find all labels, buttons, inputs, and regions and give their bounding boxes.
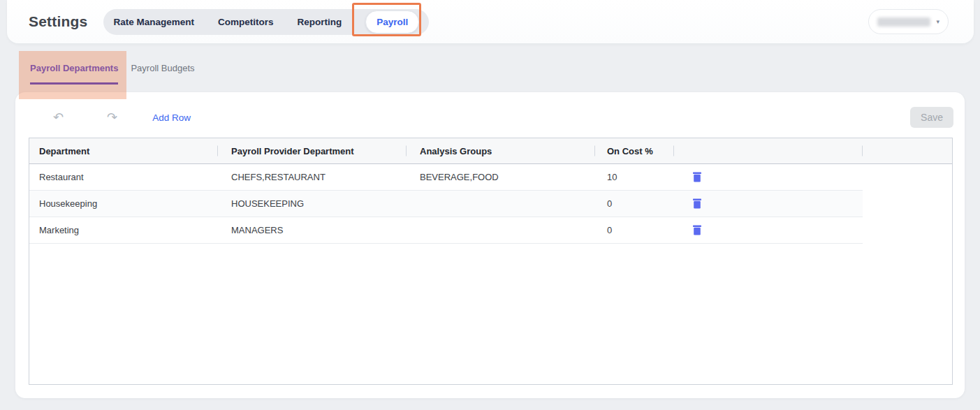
cell-analysis-groups[interactable] (406, 217, 594, 243)
payroll-subtab-bar: Payroll Departments Payroll Budgets (30, 63, 195, 85)
column-header-department: Department (29, 138, 217, 163)
column-header-actions (673, 138, 862, 163)
column-header-blank (862, 138, 952, 163)
save-button[interactable]: Save (910, 107, 953, 128)
grid-body: Restaurant CHEFS,RESTAURANT BEVERAGE,FOO… (29, 164, 863, 244)
settings-page: Settings Rate Management Competitors Rep… (0, 0, 980, 410)
subtab-payroll-budgets[interactable]: Payroll Budgets (131, 63, 194, 85)
cell-analysis-groups[interactable] (406, 191, 594, 217)
cell-department[interactable]: Restaurant (29, 164, 217, 190)
cell-payroll-provider-department[interactable]: CHEFS,RESTAURANT (217, 164, 406, 190)
grid-toolbar: ↶ ↷ Add Row Save (15, 106, 965, 129)
add-row-button[interactable]: Add Row (152, 112, 191, 123)
redacted-account-name (877, 17, 930, 27)
main-tab-bar: Rate Management Competitors Reporting Pa… (103, 9, 429, 35)
cell-analysis-groups[interactable]: BEVERAGE,FOOD (406, 164, 594, 190)
header-band: Settings Rate Management Competitors Rep… (7, 0, 974, 43)
delete-row-button[interactable] (692, 172, 702, 182)
table-row: Marketing MANAGERS 0 (29, 217, 863, 244)
payroll-departments-grid: Department Payroll Provider Department A… (29, 138, 953, 385)
delete-row-button[interactable] (692, 225, 702, 235)
tab-rate-management[interactable]: Rate Management (113, 17, 194, 27)
column-header-analysis-groups: Analysis Groups (406, 138, 594, 163)
cell-on-cost-pct[interactable]: 0 (594, 217, 673, 243)
column-header-on-cost-pct: On Cost % (594, 138, 673, 163)
payroll-departments-card: ↶ ↷ Add Row Save Department Payroll Prov… (15, 92, 965, 398)
cell-department[interactable]: Housekeeping (29, 191, 217, 217)
chevron-down-icon: ▾ (936, 19, 939, 25)
tab-payroll[interactable]: Payroll (365, 10, 419, 34)
trash-icon (692, 225, 702, 235)
redo-icon: ↷ (107, 110, 117, 124)
column-header-payroll-provider-department: Payroll Provider Department (217, 138, 406, 163)
cell-department[interactable]: Marketing (29, 217, 217, 243)
tab-competitors[interactable]: Competitors (218, 17, 274, 27)
delete-row-button[interactable] (692, 198, 702, 209)
cell-on-cost-pct[interactable]: 10 (594, 164, 673, 190)
tab-reporting[interactable]: Reporting (298, 17, 342, 27)
redo-button[interactable]: ↷ (107, 111, 117, 124)
grid-header-row: Department Payroll Provider Department A… (29, 138, 952, 164)
undo-icon: ↶ (53, 110, 64, 124)
cell-payroll-provider-department[interactable]: HOUSEKEEPING (217, 191, 406, 217)
cell-on-cost-pct[interactable]: 0 (594, 191, 673, 217)
cell-payroll-provider-department[interactable]: MANAGERS (217, 217, 406, 243)
page-title: Settings (29, 13, 87, 30)
subtab-payroll-departments[interactable]: Payroll Departments (30, 63, 118, 85)
trash-icon (692, 198, 702, 209)
table-row: Restaurant CHEFS,RESTAURANT BEVERAGE,FOO… (29, 164, 863, 191)
trash-icon (692, 172, 702, 182)
undo-button[interactable]: ↶ (53, 111, 64, 124)
account-dropdown[interactable]: ▾ (868, 9, 949, 34)
table-row: Housekeeping HOUSEKEEPING 0 (29, 191, 863, 217)
